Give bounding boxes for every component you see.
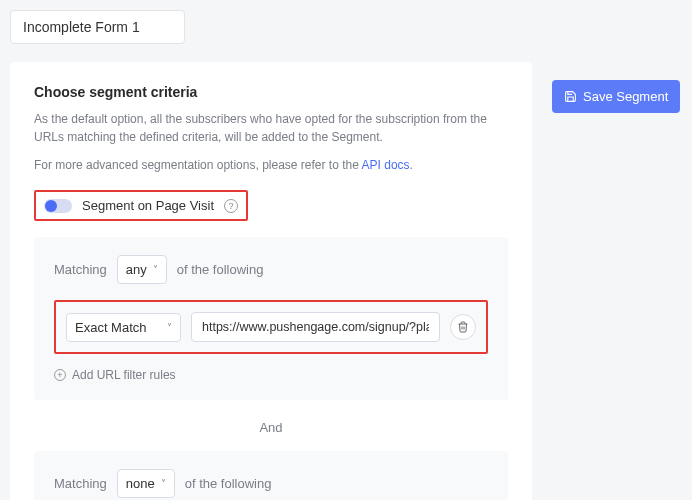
criteria-card: Choose segment criteria As the default o… [10, 62, 532, 500]
plus-icon: + [54, 369, 66, 381]
filter-row-highlight: Exact Match ˅ [54, 300, 488, 354]
period-text: . [410, 158, 413, 172]
add-url-rule-button-1[interactable]: + Add URL filter rules [54, 368, 176, 382]
toggle-label: Segment on Page Visit [82, 198, 214, 213]
filter-url-input[interactable] [191, 312, 440, 342]
save-segment-button[interactable]: Save Segment [552, 80, 680, 113]
advanced-description: For more advanced segmentation options, … [34, 156, 508, 174]
chevron-down-icon: ˅ [153, 264, 158, 275]
segment-page-visit-highlight: Segment on Page Visit ? [34, 190, 248, 221]
matching-row-none: Matching none ˅ of the following [54, 469, 488, 498]
segment-page-visit-toggle[interactable] [44, 199, 72, 213]
add-rule-label: Add URL filter rules [72, 368, 176, 382]
delete-rule-button[interactable] [450, 314, 476, 340]
matching-label: Matching [54, 476, 107, 491]
api-docs-link[interactable]: API docs [362, 158, 410, 172]
help-icon[interactable]: ? [224, 199, 238, 213]
adv-prefix-text: For more advanced segmentation options, … [34, 158, 362, 172]
save-icon [564, 90, 577, 103]
matching-none-select[interactable]: none ˅ [117, 469, 175, 498]
matching-any-select[interactable]: any ˅ [117, 255, 167, 284]
criteria-description: As the default option, all the subscribe… [34, 110, 508, 146]
filter-type-text: Exact Match [75, 320, 147, 335]
save-button-label: Save Segment [583, 89, 668, 104]
trash-icon [457, 321, 469, 333]
chevron-down-icon: ˅ [161, 478, 166, 489]
matching-row-any: Matching any ˅ of the following [54, 255, 488, 284]
chevron-down-icon: ˅ [167, 322, 172, 333]
filter-type-select[interactable]: Exact Match ˅ [66, 313, 181, 342]
none-option-text: none [126, 476, 155, 491]
and-separator: And [34, 420, 508, 435]
matching-label: Matching [54, 262, 107, 277]
section-title: Choose segment criteria [34, 84, 508, 100]
of-following-text: of the following [185, 476, 272, 491]
any-option-text: any [126, 262, 147, 277]
of-following-text: of the following [177, 262, 264, 277]
rule-block-none: Matching none ˅ of the following + Add U… [34, 451, 508, 500]
rule-block-any: Matching any ˅ of the following Exact Ma… [34, 237, 508, 400]
segment-name-input[interactable] [10, 10, 185, 44]
